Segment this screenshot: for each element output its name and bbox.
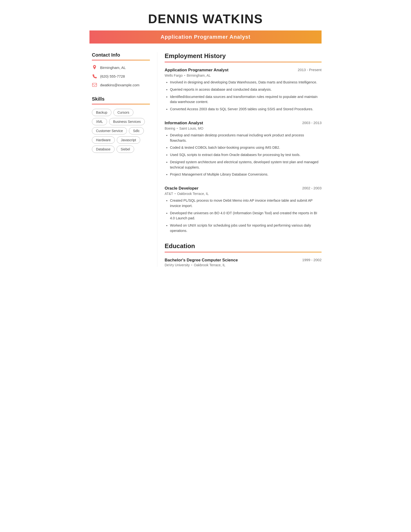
edu-dates: 1999 - 2002: [302, 258, 322, 263]
job-title: Information Analyst: [165, 121, 203, 125]
job-bullet: Coded & tested COBOL batch labor-booking…: [170, 145, 322, 150]
contact-divider: [92, 60, 150, 60]
main-content: Employment History Application Programme…: [157, 52, 322, 267]
skill-tag: Customer Service: [92, 127, 127, 134]
sidebar: Contact Info Birmingham, AL: [89, 52, 157, 267]
job-bullets: Develop and maintain desktop procedures …: [165, 133, 322, 177]
job-bullet: Project Management of Multiple Library D…: [170, 172, 322, 177]
skills-section: Skills BackupCursorsXMLBusiness Services…: [92, 96, 150, 153]
job-bullet: Converted Access 2003 data to SQL Server…: [170, 107, 322, 112]
skills-tags-container: BackupCursorsXMLBusiness ServicesCustome…: [92, 109, 150, 153]
education-container: Bachelor's Degree Computer Science1999 -…: [165, 258, 322, 267]
job-title: Application Programmer Analyst: [165, 68, 228, 73]
location-text: Birmingham, AL: [100, 66, 126, 70]
jobs-container: Application Programmer Analyst2013 - Pre…: [165, 68, 322, 234]
skill-tag: Hardware: [92, 136, 115, 144]
job-title: Oracle Developer: [165, 186, 198, 191]
job-bullet: Designed system architecture and electri…: [170, 160, 322, 170]
job-bullet: Involved in designing and developing Dat…: [170, 80, 322, 85]
job-title: Application Programmer Analyst: [89, 34, 322, 40]
skill-tag: XML: [92, 118, 107, 125]
job-dates: 2002 - 2003: [302, 186, 322, 190]
skills-section-title: Skills: [92, 96, 150, 102]
contact-section-title: Contact Info: [92, 52, 150, 58]
skill-tag: Javascript: [117, 136, 140, 144]
job-entry: Application Programmer Analyst2013 - Pre…: [165, 68, 322, 112]
job-bullet: Identified/documented data sources and t…: [170, 94, 322, 105]
job-bullet: Developed the universes on BO 4.0 IDT (I…: [170, 211, 322, 221]
job-company: Wells Fargo•Birmingham, AL: [165, 74, 322, 77]
job-entry: Information Analyst2003 - 2013Boeing•Sai…: [165, 121, 322, 177]
email-text: dwatkins@example.com: [100, 83, 140, 87]
education-section-title: Education: [165, 242, 322, 250]
edu-header: Bachelor's Degree Computer Science1999 -…: [165, 258, 322, 263]
employment-divider: [165, 62, 322, 62]
edu-school: DeVry University•Oakbrook Terrace, IL: [165, 263, 322, 267]
job-bullet: Worked on UNIX scripts for scheduling jo…: [170, 223, 322, 234]
job-header: Information Analyst2003 - 2013: [165, 121, 322, 125]
contact-email: dwatkins@example.com: [92, 82, 150, 87]
job-dates: 2013 - Present: [298, 68, 322, 72]
job-bullet: Used SQL scripts to extract data from Or…: [170, 152, 322, 158]
skill-tag: Database: [92, 146, 115, 153]
location-icon: [92, 65, 97, 70]
education-section: Education Bachelor's Degree Computer Sci…: [165, 242, 322, 267]
job-company: AT&T•Oakbrook Terrace, IL: [165, 192, 322, 196]
email-icon: [92, 82, 97, 87]
candidate-name: DENNIS WATKINS: [89, 12, 322, 26]
resume-header: DENNIS WATKINS Application Programmer An…: [89, 0, 322, 44]
job-entry: Oracle Developer2002 - 2003AT&T•Oakbrook…: [165, 186, 322, 234]
job-bullets: Involved in designing and developing Dat…: [165, 80, 322, 112]
employment-section-title: Employment History: [165, 52, 322, 60]
job-header: Oracle Developer2002 - 2003: [165, 186, 322, 191]
contact-location: Birmingham, AL: [92, 65, 150, 70]
skill-tag: Cursors: [113, 109, 133, 116]
skill-tag: Business Services: [109, 118, 145, 125]
job-header: Application Programmer Analyst2013 - Pre…: [165, 68, 322, 73]
main-layout: Contact Info Birmingham, AL: [89, 44, 322, 267]
svg-rect-0: [92, 83, 97, 86]
phone-icon: [92, 74, 97, 79]
job-bullet: Queried reports in access database and c…: [170, 87, 322, 92]
skill-tag: Backup: [92, 109, 112, 116]
skill-tag: Siebel: [117, 146, 134, 153]
skills-divider: [92, 104, 150, 104]
title-bar: Application Programmer Analyst: [89, 30, 322, 44]
job-bullets: Created PL/SQL process to move Debit Mem…: [165, 198, 322, 234]
phone-text: (620) 555-7728: [100, 74, 125, 78]
employment-section: Employment History Application Programme…: [165, 52, 322, 234]
contact-section: Contact Info Birmingham, AL: [92, 52, 150, 87]
job-bullet: Created PL/SQL process to move Debit Mem…: [170, 198, 322, 209]
education-divider: [165, 252, 322, 252]
job-bullet: Develop and maintain desktop procedures …: [170, 133, 322, 143]
edu-degree: Bachelor's Degree Computer Science: [165, 258, 238, 263]
job-company: Boeing•Saint Louis, MO: [165, 126, 322, 130]
skill-tag: Sdlc: [129, 127, 144, 134]
contact-phone: (620) 555-7728: [92, 74, 150, 79]
education-entry: Bachelor's Degree Computer Science1999 -…: [165, 258, 322, 267]
job-dates: 2003 - 2013: [302, 121, 322, 125]
